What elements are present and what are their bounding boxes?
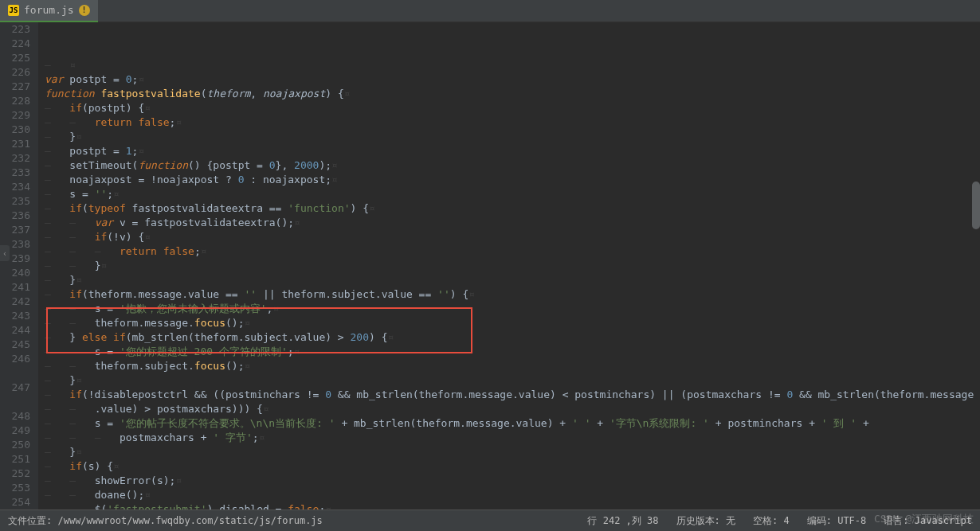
code-line[interactable]: — if(typeof fastpostvalidateextra == 'fu… [45, 201, 980, 216]
line-number: 229 [0, 108, 30, 123]
code-line[interactable]: — — theform.subject.focus();¤ [45, 359, 980, 373]
code-line[interactable]: — — theform.message.focus();¤ [45, 316, 980, 330]
code-line[interactable]: — postpt = 1;¤ [45, 144, 980, 158]
line-number: 231 [0, 137, 30, 151]
cursor-position[interactable]: 行 242 ,列 38 [587, 514, 658, 528]
line-number: 233 [0, 166, 30, 180]
code-line[interactable]: — — .value) > postmaxchars))) {¤ [45, 402, 980, 416]
line-number: 228 [0, 94, 30, 108]
file-path: 文件位置: /www/wwwroot/www.fwqdby.com/static… [8, 514, 323, 528]
code-line[interactable]: — — s = '您的帖子长度不符合要求。\n\n当前长度: ' + mb_st… [45, 416, 980, 431]
code-editor[interactable]: ‹ 22322422522622722822923023123223323423… [0, 22, 980, 510]
code-line[interactable]: — — doane();¤ [45, 488, 980, 502]
line-number: 241 [0, 280, 30, 295]
code-line[interactable]: — if(s) {¤ [45, 459, 980, 474]
tab-forum-js[interactable]: JS forum.js ! [0, 0, 98, 22]
line-number: 254 [0, 495, 30, 510]
indent-status[interactable]: 空格: 4 [753, 514, 790, 528]
line-number: 253 [0, 481, 30, 495]
code-line[interactable]: — — s = '抱歉，您尚未输入标题或内容';¤ [45, 302, 980, 316]
language-status[interactable]: 语言: Javascript [884, 514, 972, 528]
line-number-gutter: 2232242252262272282292302312322332342352… [0, 22, 38, 510]
code-line[interactable]: — — return false;¤ [45, 115, 980, 130]
line-number: 223 [0, 22, 30, 37]
code-line[interactable]: — — }¤ [45, 259, 980, 273]
status-bar: 文件位置: /www/wwwroot/www.fwqdby.com/static… [0, 510, 980, 531]
code-line[interactable]: var postpt = 0;¤ [45, 72, 980, 87]
vertical-scrollbar[interactable] [972, 182, 980, 229]
code-line[interactable]: — }¤ [45, 373, 980, 388]
line-number: 243 [0, 309, 30, 323]
line-number: 246 [0, 352, 30, 366]
line-number: 234 [0, 180, 30, 194]
line-number [0, 366, 30, 381]
code-line[interactable]: — }¤ [45, 130, 980, 144]
line-number: 235 [0, 194, 30, 209]
code-line[interactable]: — if(theform.message.value == '' || thef… [45, 287, 980, 302]
line-number: 227 [0, 80, 30, 94]
warning-icon: ! [79, 5, 90, 16]
line-number: 244 [0, 323, 30, 338]
line-number: 225 [0, 51, 30, 65]
code-line[interactable]: — — $('fastpostsubmit').disabled = false… [45, 502, 980, 510]
code-line[interactable]: — — — postmaxchars + ' 字节';¤ [45, 431, 980, 445]
code-area[interactable]: — ¤var postpt = 0;¤function fastpostvali… [38, 22, 980, 510]
line-number: 240 [0, 266, 30, 280]
line-number: 249 [0, 424, 30, 438]
line-number: 245 [0, 338, 30, 352]
line-number: 248 [0, 409, 30, 424]
code-line[interactable]: — noajaxpost = !noajaxpost ? 0 : noajaxp… [45, 173, 980, 187]
line-number: 224 [0, 37, 30, 51]
code-line[interactable]: — setTimeout(function() {postpt = 0}, 20… [45, 158, 980, 173]
code-line[interactable]: — } else if(mb_strlen(theform.subject.va… [45, 330, 980, 345]
line-number: 251 [0, 452, 30, 467]
line-number [0, 395, 30, 409]
history-status[interactable]: 历史版本: 无 [676, 514, 735, 528]
code-line[interactable]: — ¤ [45, 58, 980, 72]
code-line[interactable]: — if(!disablepostctrl && ((postminchars … [45, 388, 980, 402]
fold-handle-icon[interactable]: ‹ [0, 245, 10, 261]
js-file-icon: JS [8, 5, 19, 16]
encoding-status[interactable]: 编码: UTF-8 [807, 514, 867, 528]
line-number: 237 [0, 223, 30, 237]
code-line[interactable]: — }¤ [45, 273, 980, 287]
code-line[interactable]: — — var v = fastpostvalidateextra();¤ [45, 216, 980, 230]
code-line[interactable]: function fastpostvalidate(theform, noaja… [45, 87, 980, 101]
code-line[interactable]: — — if(!v) {¤ [45, 230, 980, 244]
line-number: 236 [0, 209, 30, 223]
tab-bar: JS forum.js ! [0, 0, 980, 22]
code-line[interactable]: — s = '';¤ [45, 187, 980, 201]
code-line[interactable]: — }¤ [45, 445, 980, 459]
code-line[interactable]: — — — return false;¤ [45, 244, 980, 259]
line-number: 232 [0, 151, 30, 166]
code-line[interactable]: — if(postpt) {¤ [45, 101, 980, 115]
line-number: 230 [0, 123, 30, 137]
line-number: 242 [0, 295, 30, 309]
code-line[interactable]: — — showError(s);¤ [45, 474, 980, 488]
line-number: 252 [0, 467, 30, 481]
line-number: 250 [0, 438, 30, 452]
tab-filename: forum.js [24, 4, 74, 16]
code-line[interactable]: — — s = '您的标题超过 200 个字符的限制';¤ [45, 345, 980, 359]
line-number: 226 [0, 65, 30, 80]
line-number: 247 [0, 381, 30, 395]
